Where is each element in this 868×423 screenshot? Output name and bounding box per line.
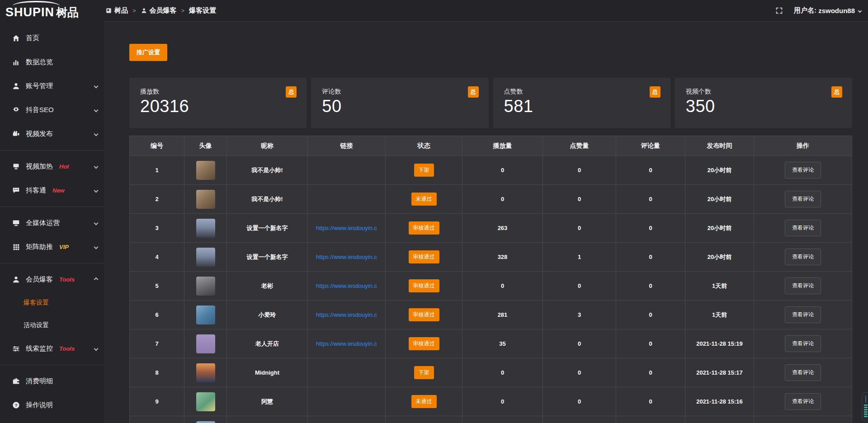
time-cell: 20小时前: [685, 214, 754, 243]
comments-cell: 0: [616, 387, 685, 416]
view-comments-button[interactable]: 查看评论: [785, 335, 821, 352]
sidebar-item-会员爆客[interactable]: 会员爆客Tools: [0, 268, 104, 291]
status-badge: 未通过: [411, 395, 437, 408]
fullscreen-icon[interactable]: [775, 7, 783, 14]
sidebar-item-label: 会员爆客: [26, 275, 53, 284]
user-menu[interactable]: 用户名: zswodun88: [794, 6, 861, 15]
avatar: [196, 219, 215, 238]
chevron-down-icon: [94, 221, 99, 226]
comment-icon: [12, 187, 20, 194]
promo-settings-button[interactable]: 推广设置: [129, 44, 167, 61]
breadcrumb-item-树品[interactable]: 树品: [105, 6, 128, 15]
account-link[interactable]: https://www.iesdouyin.c: [308, 311, 385, 318]
sidebar-divider: [0, 207, 104, 207]
home-icon: [12, 34, 20, 42]
chevron-down-icon: [94, 132, 99, 136]
stat-card-播放数: 播放数20316总: [129, 78, 307, 128]
plays-value: 0: [501, 369, 504, 376]
content: 推广设置 播放数20316总评论数50总点赞数581总视频个数350总 编号头像…: [104, 22, 868, 423]
account-link[interactable]: https://www.iesdouyin.c: [308, 254, 385, 260]
likes-cell: 0: [543, 185, 616, 214]
bar-chart-icon: [12, 58, 20, 66]
total-badge: 总: [468, 86, 479, 98]
column-header-发布时间: 发布时间: [685, 136, 754, 156]
account-link[interactable]: https://www.iesdouyin.c: [308, 282, 385, 289]
breadcrumb-item-会员爆客[interactable]: 会员爆客: [141, 6, 177, 15]
likes-cell: 3: [543, 301, 616, 329]
sidebar-subitem-活动设置[interactable]: 活动设置: [0, 314, 104, 337]
chevron-up-icon: [94, 277, 99, 282]
id-cell: 5: [130, 272, 184, 301]
nickname: 设置一个新名字: [247, 254, 288, 260]
breadcrumb-item-爆客设置[interactable]: 爆客设置: [189, 6, 216, 15]
status-cell: 未通过: [386, 387, 462, 416]
column-header-操作: 操作: [754, 136, 852, 156]
likes-cell: 0: [543, 156, 616, 185]
column-header-状态: 状态: [386, 136, 462, 156]
monitor-icon: [12, 219, 20, 227]
stat-label: 视频个数: [686, 88, 842, 96]
account-link[interactable]: https://www.iesdouyin.c: [308, 340, 385, 347]
view-comments-button[interactable]: 查看评论: [785, 393, 821, 410]
status-cell: 下架: [386, 358, 462, 387]
view-comments-button[interactable]: 查看评论: [785, 191, 821, 207]
sidebar-item-全媒体运营[interactable]: 全媒体运营: [0, 211, 104, 235]
nickname: 小爱玲: [259, 311, 276, 318]
time-cell: 20小时前: [685, 243, 754, 272]
view-comments-button[interactable]: 查看评论: [785, 364, 821, 381]
sidebar-subitem-爆客设置[interactable]: 爆客设置: [0, 291, 104, 314]
view-comments-button[interactable]: 查看评论: [785, 162, 821, 179]
status-cell: 审核通过: [386, 214, 462, 243]
nickname-cell: 阿慧: [227, 387, 308, 416]
breadcrumb: 树品>会员爆客>爆客设置: [105, 6, 216, 15]
sidebar-item-消费明细[interactable]: 消费明细: [0, 369, 104, 393]
sidebar-item-视频加热[interactable]: 视频加热Hot: [0, 155, 104, 179]
wallet-icon: [12, 377, 20, 385]
publish-time: 1天前: [712, 311, 727, 318]
sidebar-item-线索监控[interactable]: 线索监控Tools: [0, 337, 104, 361]
sidebar-menu: 首页数据总览账号管理抖音SEO视频发布视频加热Hot抖客通New全媒体运营矩阵助…: [0, 24, 104, 417]
sidebar-item-label: 抖客通: [26, 186, 46, 195]
sidebar-item-数据总览[interactable]: 数据总览: [0, 50, 104, 74]
row-id: 5: [155, 282, 158, 289]
publish-time: 2021-11-28 15:17: [696, 369, 743, 376]
table-row: 1我不是小帅!下架00020小时前查看评论: [130, 156, 852, 185]
sidebar-item-账号管理[interactable]: 账号管理: [0, 74, 104, 98]
sidebar-item-抖音SEO[interactable]: 抖音SEO: [0, 98, 104, 122]
floating-widget[interactable]: [862, 392, 868, 421]
comments-cell: 0: [616, 329, 685, 358]
likes-cell: 0: [543, 387, 616, 416]
sidebar-item-label: 视频发布: [26, 130, 53, 138]
chevron-down-icon: [94, 108, 99, 113]
sidebar-item-矩阵助推[interactable]: 矩阵助推VIP: [0, 235, 104, 259]
nickname-cell: 我不是小帅!: [227, 185, 308, 214]
view-comments-button[interactable]: 查看评论: [785, 249, 821, 265]
topbar-right: 用户名: zswodun88: [775, 6, 861, 15]
table-row: 2我不是小帅!未通过00020小时前查看评论: [130, 185, 852, 214]
sidebar-item-抖客通[interactable]: 抖客通New: [0, 179, 104, 202]
view-comments-button[interactable]: 查看评论: [785, 220, 821, 236]
column-header-点赞量: 点赞量: [543, 136, 616, 156]
sidebar-badge-Tools: Tools: [59, 276, 75, 283]
sidebar-item-首页[interactable]: 首页: [0, 26, 104, 50]
avatar: [196, 248, 215, 267]
link-cell: [308, 185, 386, 214]
action-cell: 查看评论: [754, 214, 852, 243]
logo[interactable]: SHUPIN 树品: [0, 0, 104, 24]
nickname-cell: Midnight: [227, 358, 308, 387]
view-comments-button[interactable]: 查看评论: [785, 277, 821, 294]
view-comments-button[interactable]: 查看评论: [785, 306, 821, 323]
account-link[interactable]: https://www.iesdouyin.c: [308, 225, 385, 231]
comments-cell: 0: [616, 272, 685, 301]
avatar-cell: [184, 185, 227, 214]
action-cell: 查看评论: [754, 185, 852, 214]
table-row: 9阿慧未通过0002021-11-28 15:16查看评论: [130, 387, 852, 416]
action-cell: 查看评论: [754, 156, 852, 185]
row-id: 9: [155, 398, 158, 405]
link-cell: [308, 387, 386, 416]
sidebar-item-操作说明[interactable]: ?操作说明: [0, 393, 104, 417]
avatar-cell: [184, 329, 227, 358]
action-cell: 查看评论: [754, 358, 852, 387]
sidebar-item-视频发布[interactable]: 视频发布: [0, 122, 104, 146]
breadcrumb-label: 爆客设置: [189, 6, 216, 15]
